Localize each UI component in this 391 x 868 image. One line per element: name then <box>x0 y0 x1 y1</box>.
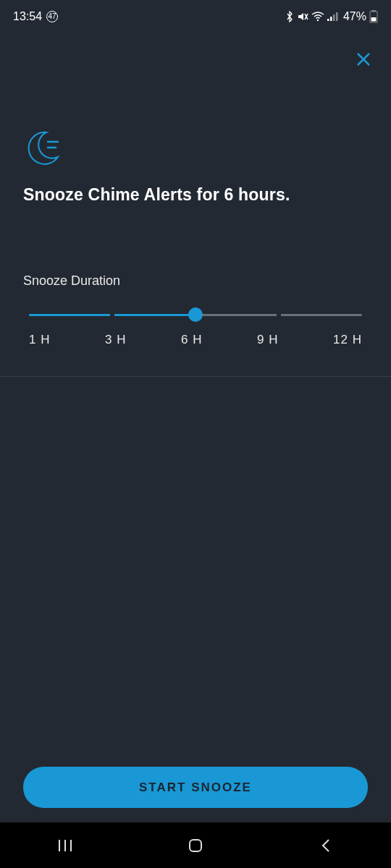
svg-rect-4 <box>330 17 332 21</box>
close-button[interactable] <box>349 45 378 74</box>
home-icon <box>187 837 204 854</box>
home-button[interactable] <box>167 831 224 860</box>
slider-label: 9 H <box>257 333 278 347</box>
svg-rect-9 <box>371 17 377 22</box>
recents-button[interactable] <box>36 831 94 860</box>
svg-rect-3 <box>327 19 329 21</box>
snooze-duration-label: Snooze Duration <box>23 273 120 289</box>
back-button[interactable] <box>297 831 355 860</box>
status-time: 13:54 <box>13 10 42 23</box>
status-bar: 13:54 47 47% <box>0 0 391 33</box>
mute-icon <box>297 11 308 22</box>
status-right: 47% <box>285 10 378 23</box>
signal-icon <box>327 12 339 22</box>
divider <box>0 376 391 377</box>
slider-tick <box>110 314 114 316</box>
bluetooth-icon <box>285 11 294 22</box>
wifi-icon <box>311 12 324 22</box>
close-icon <box>355 51 372 68</box>
svg-rect-6 <box>336 12 338 21</box>
slider-label: 6 H <box>181 333 202 347</box>
slider-label: 12 H <box>333 333 362 347</box>
back-icon <box>319 837 333 854</box>
slider-label: 1 H <box>29 333 50 347</box>
svg-rect-17 <box>190 840 201 851</box>
slider-label: 3 H <box>105 333 126 347</box>
svg-point-2 <box>317 19 319 20</box>
page-title: Snooze Chime Alerts for 6 hours. <box>23 185 290 205</box>
duration-slider[interactable]: 1 H 3 H 6 H 9 H 12 H <box>29 304 362 347</box>
slider-labels: 1 H 3 H 6 H 9 H 12 H <box>29 333 362 347</box>
start-snooze-button[interactable]: START SNOOZE <box>23 767 368 808</box>
svg-rect-5 <box>333 14 335 21</box>
status-badge: 47 <box>46 11 58 22</box>
moon-snooze-icon <box>23 127 65 169</box>
recents-icon <box>57 838 73 854</box>
slider-track[interactable] <box>29 304 362 326</box>
battery-percent: 47% <box>343 10 366 23</box>
battery-icon <box>369 10 378 23</box>
slider-tick <box>277 314 281 316</box>
status-left: 13:54 47 <box>13 10 58 23</box>
slider-thumb[interactable] <box>188 307 203 322</box>
android-nav-bar <box>0 822 391 868</box>
